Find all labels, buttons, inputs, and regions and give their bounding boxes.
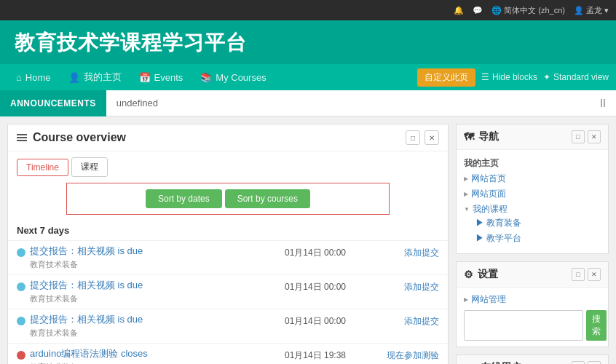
settings-block-actions: □ ✕	[572, 268, 601, 281]
sort-row: Sort by dates Sort by courses	[66, 183, 390, 215]
person-icon: 👤	[68, 72, 80, 83]
search-input[interactable]	[464, 310, 583, 341]
course-overview-title: Course overview	[17, 131, 126, 144]
online-collapse[interactable]: □	[572, 361, 585, 364]
timeline-dot	[17, 317, 25, 325]
settings-close[interactable]: ✕	[588, 268, 601, 281]
block-close-btn[interactable]: ✕	[425, 130, 439, 145]
timeline-item: arduino编程语法测验 closes教育技术装备01月14日 19:38现在…	[8, 343, 448, 364]
timeline-item-subtitle: 教育技术装备	[30, 259, 264, 270]
message-icon[interactable]: 💬	[473, 6, 483, 15]
user-menu[interactable]: 👤 孟龙 ▾	[574, 5, 609, 16]
timeline-item: 提交报告：相关视频 is due教育技术装备01月14日 00:00添加提交	[8, 240, 448, 274]
timeline-action[interactable]: 添加提交	[366, 280, 439, 293]
nav-events[interactable]: 📅 Events	[130, 64, 192, 90]
nav-block: 🗺 导航 □ ✕ 我的主页 网站首页 网站页面 我的课程 ▶ 教育装备 ▶	[456, 124, 609, 254]
site-admin-link[interactable]: 网站管理	[464, 293, 601, 306]
settings-block: ⚙ 设置 □ ✕ 网站管理 搜索	[456, 261, 609, 347]
tab-timeline[interactable]: Timeline	[17, 159, 68, 176]
timeline-date: 01月14日 00:00	[264, 314, 366, 328]
block-collapse-btn[interactable]: □	[406, 130, 420, 145]
right-sidebar: 🗺 导航 □ ✕ 我的主页 网站首页 网站页面 我的课程 ▶ 教育装备 ▶	[456, 124, 609, 364]
nav-block-collapse[interactable]: □	[572, 130, 585, 143]
nav-block-header: 🗺 导航 □ ✕	[457, 124, 608, 150]
timeline-action[interactable]: 现在参加测验	[366, 348, 439, 362]
search-btn[interactable]: 搜索	[586, 310, 607, 341]
timeline-item-content: 提交报告：相关视频 is due教育技术装备	[30, 314, 264, 339]
customize-button[interactable]: 自定义此页	[417, 68, 475, 87]
sort-by-dates-btn[interactable]: Sort by dates	[146, 189, 222, 208]
nav-icon: 🗺	[464, 131, 474, 143]
hide-blocks-link[interactable]: ☰ Hide blocks	[481, 72, 537, 82]
online-users-title: 👥 在线用户	[464, 361, 521, 364]
nav-block-title: 🗺 导航	[464, 130, 499, 143]
left-content: Course overview □ ✕ Timeline 课程 Sort by …	[7, 124, 449, 364]
timeline-action[interactable]: 添加提交	[366, 245, 439, 259]
search-row: 搜索	[464, 310, 601, 341]
timeline-list: 提交报告：相关视频 is due教育技术装备01月14日 00:00添加提交提交…	[8, 240, 448, 364]
calendar-icon: 📅	[139, 72, 151, 83]
standard-view-link[interactable]: ✦ Standard view	[543, 72, 609, 82]
settings-block-title: ⚙ 设置	[464, 268, 498, 281]
nav-my-courses[interactable]: 📚 My Courses	[191, 64, 275, 90]
timeline-item-content: 提交报告：相关视频 is due教育技术装备	[30, 280, 264, 304]
timeline-action[interactable]: 添加提交	[366, 314, 439, 328]
nav-my-home[interactable]: 👤 我的主页	[60, 64, 130, 90]
settings-block-header: ⚙ 设置 □ ✕	[457, 262, 608, 288]
timeline-item-subtitle: 教育技术装备	[30, 362, 264, 364]
timeline-date: 01月14日 00:00	[264, 280, 366, 293]
nav-sublink-edu-equip[interactable]: ▶ 教育装备	[475, 218, 521, 228]
nav-link-my-courses[interactable]: 我的课程	[464, 203, 601, 215]
timeline-date: 01月14日 00:00	[264, 245, 366, 259]
timeline-item-content: arduino编程语法测验 closes教育技术装备	[30, 348, 264, 364]
nav-block-close[interactable]: ✕	[588, 130, 601, 143]
timeline-item-title[interactable]: 提交报告：相关视频 is due	[30, 280, 264, 292]
top-bar: 🔔 💬 🌐 简体中文 (zh_cn) 👤 孟龙 ▾	[0, 0, 616, 20]
nav-bar: ⌂ Home 👤 我的主页 📅 Events 📚 My Courses 自定义此…	[0, 64, 616, 90]
timeline-item: 提交报告：相关视频 is due教育技术装备01月14日 00:00添加提交	[8, 309, 448, 343]
announcements-text: undefined	[106, 98, 590, 108]
site-title: 教育技术学课程学习平台	[15, 29, 601, 57]
timeline-dot	[17, 351, 25, 360]
tabs-row: Timeline 课程	[8, 151, 448, 183]
tab-course[interactable]: 课程	[71, 157, 108, 177]
online-block-actions: □ ✕	[572, 361, 601, 364]
book-icon: 📚	[200, 72, 212, 83]
online-users-block: 👥 在线用户 □ ✕ (60分钟内: 1)	[456, 355, 609, 364]
nav-sublink-edu-platform[interactable]: ▶ 教学平台	[475, 233, 521, 243]
my-home-label: 我的主页	[464, 158, 499, 168]
timeline-item-title[interactable]: 提交报告：相关视频 is due	[30, 314, 264, 326]
announcements-tab[interactable]: ANNOUNCEMENTS	[0, 90, 106, 116]
course-overview-block: Course overview □ ✕ Timeline 课程 Sort by …	[7, 124, 449, 364]
announcements-bar: ANNOUNCEMENTS undefined ⏸	[0, 90, 616, 116]
online-users-header: 👥 在线用户 □ ✕	[457, 355, 608, 364]
pause-icon[interactable]: ⏸	[590, 97, 616, 110]
timeline-item-subtitle: 教育技术装备	[30, 293, 264, 304]
timeline-item-title[interactable]: arduino编程语法测验 closes	[30, 348, 264, 360]
nav-left: ⌂ Home 👤 我的主页 📅 Events 📚 My Courses	[7, 64, 275, 90]
timeline-date: 01月14日 19:38	[264, 348, 366, 362]
timeline-dot	[17, 282, 25, 291]
timeline-item-title[interactable]: 提交报告：相关视频 is due	[30, 245, 264, 258]
block-actions: □ ✕	[406, 130, 439, 145]
settings-block-body: 网站管理 搜索	[457, 288, 608, 347]
home-icon: ⌂	[16, 72, 22, 83]
sort-by-courses-btn[interactable]: Sort by courses	[225, 189, 310, 208]
gear-icon: ⚙	[464, 269, 473, 280]
next-7-days-label: Next 7 days	[8, 221, 448, 240]
course-overview-header: Course overview □ ✕	[8, 124, 448, 151]
timeline-item: 提交报告：相关视频 is due教育技术装备01月14日 00:00添加提交	[8, 274, 448, 309]
timeline-dot	[17, 248, 25, 257]
settings-collapse[interactable]: □	[572, 268, 585, 281]
nav-subtree: ▶ 教育装备 ▶ 教学平台	[464, 215, 601, 246]
nav-home[interactable]: ⌂ Home	[7, 64, 60, 90]
nav-block-body: 我的主页 网站首页 网站页面 我的课程 ▶ 教育装备 ▶ 教学平台	[457, 150, 608, 253]
nav-link-site-pages[interactable]: 网站页面	[464, 188, 601, 200]
online-close[interactable]: ✕	[588, 361, 601, 364]
nav-link-site-home[interactable]: 网站首页	[464, 173, 601, 185]
bell-icon[interactable]: 🔔	[454, 6, 464, 15]
nav-block-actions: □ ✕	[572, 130, 601, 143]
timeline-item-content: 提交报告：相关视频 is due教育技术装备	[30, 245, 264, 270]
language-selector[interactable]: 🌐 简体中文 (zh_cn)	[491, 5, 565, 16]
main-layout: Course overview □ ✕ Timeline 课程 Sort by …	[0, 116, 616, 364]
